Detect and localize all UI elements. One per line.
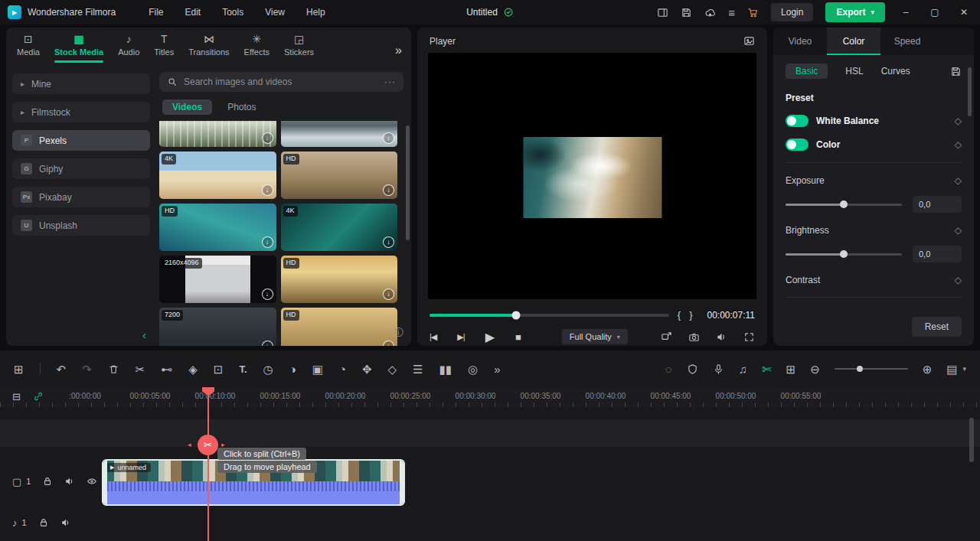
menu-file[interactable]: File bbox=[140, 5, 172, 20]
exposure-slider-handle[interactable] bbox=[840, 200, 848, 208]
tab-speed[interactable]: Speed bbox=[880, 28, 934, 55]
source-filmstock[interactable]: ▸Filmstock bbox=[12, 102, 150, 122]
voiceover-mic-icon[interactable] bbox=[713, 363, 724, 375]
second-screen-icon[interactable] bbox=[661, 331, 672, 343]
mark-out-icon[interactable]: } bbox=[689, 309, 692, 321]
hide-track-icon[interactable] bbox=[87, 476, 97, 487]
brightness-value[interactable]: 0,0 bbox=[913, 246, 962, 262]
filter-photos[interactable]: Photos bbox=[221, 99, 262, 115]
tab-video[interactable]: Video bbox=[773, 28, 827, 55]
source-unsplash[interactable]: UUnsplash bbox=[12, 215, 150, 236]
subtab-basic[interactable]: Basic bbox=[786, 64, 828, 79]
ripple-delete-icon[interactable]: ⊷ bbox=[161, 363, 172, 375]
stock-video-thumb[interactable]: 2160x4096↓ bbox=[159, 256, 276, 303]
marker-icon[interactable]: ◈ bbox=[188, 363, 198, 375]
trim-handle-left[interactable] bbox=[103, 461, 107, 504]
duration-timer-icon[interactable]: ◔ bbox=[339, 363, 346, 375]
info-icon[interactable]: ⓘ bbox=[394, 326, 403, 340]
download-icon[interactable]: ↓ bbox=[383, 236, 394, 248]
audio-meter-icon[interactable]: ▮▮ bbox=[439, 363, 452, 375]
undo-icon[interactable]: ↶ bbox=[57, 363, 67, 375]
stock-video-thumb[interactable]: ↓ bbox=[281, 121, 398, 147]
download-icon[interactable]: ↓ bbox=[262, 184, 273, 196]
download-icon[interactable]: ↓ bbox=[383, 288, 394, 300]
source-pixabay[interactable]: PxPixabay bbox=[12, 187, 150, 207]
keyframe-diamond-icon[interactable]: ◇ bbox=[955, 175, 962, 186]
lock-track-icon[interactable] bbox=[38, 517, 49, 528]
media-scrollbar[interactable] bbox=[406, 125, 410, 240]
source-pexels[interactable]: PPexels bbox=[12, 130, 150, 151]
tab-stickers[interactable]: ◲Stickers bbox=[284, 34, 314, 63]
stock-video-thumb[interactable]: HD↓ bbox=[281, 308, 398, 346]
empty-track-lane[interactable] bbox=[0, 419, 980, 447]
download-icon[interactable]: ↓ bbox=[383, 184, 394, 196]
login-button[interactable]: Login bbox=[771, 3, 813, 21]
stock-video-thumb[interactable]: 4K↓ bbox=[281, 204, 398, 251]
cart-icon[interactable] bbox=[747, 7, 759, 18]
more-tabs-icon[interactable]: » bbox=[395, 44, 402, 57]
adjust-icon[interactable]: ☰ bbox=[413, 363, 423, 375]
exposure-value[interactable]: 0,0 bbox=[913, 196, 962, 213]
cloud-upload-icon[interactable] bbox=[704, 7, 716, 18]
snapshot-camera-icon[interactable] bbox=[688, 331, 700, 343]
seek-bar[interactable] bbox=[430, 314, 669, 317]
download-icon[interactable]: ↓ bbox=[262, 341, 273, 346]
download-icon[interactable]: ↓ bbox=[383, 132, 394, 144]
motion-tracking-icon[interactable]: ▣ bbox=[312, 363, 323, 375]
hamburger-menu-icon[interactable]: ≡ bbox=[728, 7, 735, 18]
track-height-icon[interactable]: ▤ bbox=[946, 363, 957, 375]
stock-video-thumb[interactable]: ↓ bbox=[159, 121, 276, 147]
keyframe-diamond-icon[interactable]: ◇ bbox=[955, 116, 962, 126]
source-mine[interactable]: ▸Mine bbox=[12, 73, 150, 94]
trim-handle-right[interactable] bbox=[400, 461, 403, 504]
export-button[interactable]: Export▾ bbox=[825, 2, 885, 22]
track-height-caret-icon[interactable]: ▾ bbox=[962, 365, 966, 373]
fullscreen-icon[interactable] bbox=[743, 331, 755, 343]
white-balance-toggle[interactable] bbox=[786, 115, 808, 127]
mark-in-icon[interactable]: { bbox=[678, 309, 681, 321]
subtab-curves[interactable]: Curves bbox=[881, 66, 910, 77]
collapse-sources-icon[interactable]: ‹ bbox=[142, 328, 146, 341]
filter-videos[interactable]: Videos bbox=[162, 99, 212, 115]
download-icon[interactable]: ↓ bbox=[262, 236, 273, 248]
preview-image-icon[interactable] bbox=[743, 35, 755, 47]
transform-fit-icon[interactable]: ✥ bbox=[362, 363, 372, 375]
redo-icon[interactable]: ↷ bbox=[82, 363, 92, 375]
close-button[interactable]: ✕ bbox=[956, 7, 972, 18]
keyframe-diamond-icon[interactable]: ◇ bbox=[955, 139, 962, 150]
delete-icon[interactable] bbox=[108, 363, 119, 375]
stock-video-thumb[interactable]: 7200↓ bbox=[159, 308, 276, 346]
brightness-slider[interactable] bbox=[786, 253, 902, 256]
reset-button[interactable]: Reset bbox=[912, 317, 962, 337]
timeline-zoom-slider[interactable] bbox=[835, 368, 908, 370]
menu-tools[interactable]: Tools bbox=[214, 5, 252, 20]
mute-track-icon[interactable] bbox=[64, 476, 75, 487]
timeline-ruler[interactable]: :00:00:00 00:00:05:00 00:00:10:00 00:00:… bbox=[0, 387, 980, 407]
exposure-slider[interactable] bbox=[786, 204, 902, 206]
download-icon[interactable]: ↓ bbox=[383, 341, 394, 346]
add-marker-icon[interactable]: ⊞ bbox=[786, 363, 796, 375]
zoom-slider-handle[interactable] bbox=[857, 366, 863, 372]
tab-titles[interactable]: TTitles bbox=[154, 34, 174, 63]
manage-tracks-icon[interactable]: ⊟ bbox=[12, 392, 21, 402]
split-playhead-handle[interactable]: ✂ bbox=[198, 435, 218, 455]
lock-track-icon[interactable] bbox=[42, 476, 53, 487]
search-input[interactable]: Search images and videos ··· bbox=[159, 72, 403, 92]
playhead-line[interactable] bbox=[207, 387, 209, 541]
volume-icon[interactable] bbox=[716, 331, 727, 343]
tab-color[interactable]: Color bbox=[827, 28, 880, 55]
stock-video-thumb[interactable]: HD↓ bbox=[159, 204, 276, 251]
save-preset-icon[interactable] bbox=[950, 66, 962, 77]
previous-frame-icon[interactable]: |◀ bbox=[430, 332, 436, 342]
zoom-out-icon[interactable]: ⊖ bbox=[810, 363, 820, 375]
link-clips-icon[interactable] bbox=[33, 391, 44, 402]
color-toggle[interactable] bbox=[786, 139, 808, 151]
workspace-icon[interactable]: ⊞ bbox=[14, 363, 24, 375]
stock-video-thumb[interactable]: HD↓ bbox=[281, 256, 398, 303]
render-preview-icon[interactable]: ◌ bbox=[665, 363, 672, 375]
stop-icon[interactable]: ■ bbox=[515, 331, 521, 343]
mark-shield-icon[interactable] bbox=[687, 363, 698, 375]
tab-transitions[interactable]: ⋈Transitions bbox=[188, 34, 229, 63]
minimize-button[interactable]: – bbox=[897, 7, 914, 18]
timeline-scrollbar[interactable] bbox=[969, 418, 974, 462]
